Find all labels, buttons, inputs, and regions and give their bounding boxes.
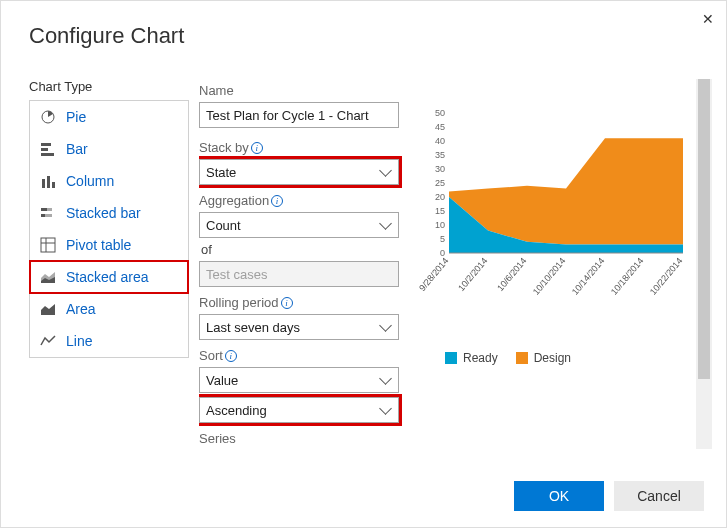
chart-type-stacked-bar-label: Stacked bar: [66, 205, 141, 221]
pivot-table-icon: [40, 237, 56, 253]
chart-type-label: Chart Type: [29, 79, 189, 94]
sort-field-select[interactable]: Value: [199, 367, 399, 393]
info-icon[interactable]: i: [271, 195, 283, 207]
info-icon[interactable]: i: [251, 142, 263, 154]
chart-type-column[interactable]: Column: [30, 165, 188, 197]
legend-swatch-ready: [445, 352, 457, 364]
cancel-button[interactable]: Cancel: [614, 481, 704, 511]
svg-text:40: 40: [435, 136, 445, 146]
sort-direction-select[interactable]: Ascending: [199, 397, 399, 423]
chart-type-area-label: Area: [66, 301, 96, 317]
chart-type-line[interactable]: Line: [30, 325, 188, 357]
svg-rect-8: [47, 208, 52, 211]
svg-rect-11: [41, 238, 55, 252]
svg-text:5: 5: [440, 234, 445, 244]
chart-type-stacked-area[interactable]: Stacked area: [30, 261, 188, 293]
svg-rect-3: [41, 153, 54, 156]
svg-rect-5: [47, 176, 50, 188]
svg-text:20: 20: [435, 192, 445, 202]
svg-text:50: 50: [435, 108, 445, 118]
stacked-bar-icon: [40, 205, 56, 221]
svg-text:10/2/2014: 10/2/2014: [456, 256, 489, 293]
chart-type-line-label: Line: [66, 333, 92, 349]
legend-label-design: Design: [534, 351, 571, 365]
chart-type-stacked-bar[interactable]: Stacked bar: [30, 197, 188, 229]
chart-type-stacked-area-label: Stacked area: [66, 269, 149, 285]
chart-legend: Ready Design: [445, 351, 571, 365]
svg-text:9/28/2014: 9/28/2014: [417, 256, 450, 293]
aggregation-label: Aggregationi: [199, 193, 419, 208]
svg-text:10/22/2014: 10/22/2014: [648, 256, 685, 297]
svg-text:10/14/2014: 10/14/2014: [570, 256, 607, 297]
chart-type-column-label: Column: [66, 173, 114, 189]
chart-type-pivot-table-label: Pivot table: [66, 237, 131, 253]
series-label: Series: [199, 431, 419, 446]
legend-label-ready: Ready: [463, 351, 498, 365]
name-input[interactable]: [199, 102, 399, 128]
svg-text:10/6/2014: 10/6/2014: [495, 256, 528, 293]
chart-preview: 051015202530354045509/28/201410/2/201410…: [425, 109, 690, 309]
svg-rect-2: [41, 148, 48, 151]
name-label: Name: [199, 83, 419, 98]
chart-type-list: Pie Bar Column Stacked bar Pivot table S…: [29, 100, 189, 358]
chart-type-pie[interactable]: Pie: [30, 101, 188, 133]
rolling-period-label: Rolling periodi: [199, 295, 419, 310]
chart-type-bar[interactable]: Bar: [30, 133, 188, 165]
of-select: Test cases: [199, 261, 399, 287]
bar-icon: [40, 141, 56, 157]
dialog-title: Configure Chart: [29, 23, 726, 49]
svg-text:35: 35: [435, 150, 445, 160]
sort-label: Sorti: [199, 348, 419, 363]
svg-text:15: 15: [435, 206, 445, 216]
column-icon: [40, 173, 56, 189]
svg-text:45: 45: [435, 122, 445, 132]
svg-rect-1: [41, 143, 51, 146]
stack-by-select[interactable]: State: [199, 159, 399, 185]
svg-text:30: 30: [435, 164, 445, 174]
chart-type-pivot-table[interactable]: Pivot table: [30, 229, 188, 261]
svg-text:10/10/2014: 10/10/2014: [531, 256, 568, 297]
svg-rect-10: [45, 214, 52, 217]
legend-swatch-design: [516, 352, 528, 364]
svg-rect-4: [42, 179, 45, 188]
svg-rect-7: [41, 208, 47, 211]
line-icon: [40, 333, 56, 349]
stack-by-label: Stack byi: [199, 140, 419, 155]
aggregation-select[interactable]: Count: [199, 212, 399, 238]
svg-text:10: 10: [435, 220, 445, 230]
of-label: of: [201, 242, 419, 257]
pie-icon: [40, 109, 56, 125]
stacked-area-icon: [40, 269, 56, 285]
chart-type-bar-label: Bar: [66, 141, 88, 157]
area-icon: [40, 301, 56, 317]
scrollbar[interactable]: [696, 79, 712, 449]
info-icon[interactable]: i: [281, 297, 293, 309]
chart-type-pie-label: Pie: [66, 109, 86, 125]
svg-text:25: 25: [435, 178, 445, 188]
rolling-period-select[interactable]: Last seven days: [199, 314, 399, 340]
ok-button[interactable]: OK: [514, 481, 604, 511]
svg-text:10/18/2014: 10/18/2014: [609, 256, 646, 297]
close-icon[interactable]: ✕: [702, 11, 714, 27]
scrollbar-thumb[interactable]: [698, 79, 710, 379]
info-icon[interactable]: i: [225, 350, 237, 362]
svg-rect-9: [41, 214, 45, 217]
chart-type-area[interactable]: Area: [30, 293, 188, 325]
svg-rect-6: [52, 182, 55, 188]
